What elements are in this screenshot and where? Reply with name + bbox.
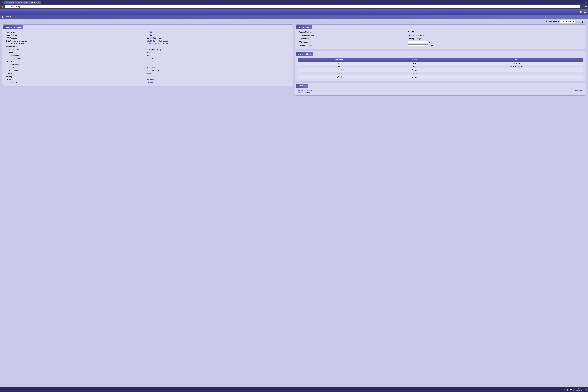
url-input[interactable] xyxy=(5,5,580,8)
wan-info-label: WAN Information xyxy=(5,46,290,48)
iface-row-3: LAN 3 Down - xyxy=(298,72,583,75)
dhcp-link[interactable]: Server xyxy=(147,72,152,74)
firewall-link[interactable]: Enabled xyxy=(147,78,154,80)
lan-subnet-row: - IP Subnet Mask: 255.255.255.0 xyxy=(5,69,290,72)
summary-links: Bandwidth Status VPN Status Packet Stati… xyxy=(295,88,585,96)
mem-progress-bar xyxy=(408,44,428,46)
datetime-value: 01/01/2000 00:06:50 xyxy=(407,34,583,37)
taskbar-icon-3: 💬 xyxy=(570,389,572,391)
zynos-fw-link[interactable]: V3.40(RQ.5) | 01/14/2009 xyxy=(147,40,168,42)
firewall-value: Enabled xyxy=(146,78,290,81)
dsl-standard-label: - DSL Standard: xyxy=(5,48,146,51)
wan-subnet-label: - IP Subnet Mask: xyxy=(5,54,146,57)
new-tab-close[interactable]: ✕ xyxy=(1,1,4,4)
mem-progress-container: 55% xyxy=(408,44,433,46)
cpu-progress-container: 0.25% xyxy=(408,41,434,43)
device-info-table: Host Name: P-793H Model Number: P-793H M… xyxy=(5,30,290,84)
help-icon[interactable]: ? xyxy=(576,10,578,14)
browser-chrome: ✕ 🌐 Welcome to the Web-Based Config... ✕… xyxy=(0,0,588,9)
host-name-label: Host Name: xyxy=(5,31,146,33)
cpu-row: CPU Usage: 0.25% xyxy=(298,40,583,44)
security-label: Security xyxy=(5,75,290,78)
taskbar-icon-1: ⇧ xyxy=(564,389,565,391)
iface-status-4: Down xyxy=(381,75,448,79)
mode-value: Routing / Bridging xyxy=(407,37,583,40)
interface-status-title: Interface Status xyxy=(296,52,313,56)
wan-ip-label: - IP Address: xyxy=(5,52,146,54)
default-gateway-label: - Default Gateway: xyxy=(5,57,146,60)
uptime-value: 0:06:59 xyxy=(407,31,583,34)
logout-icon[interactable]: ⏏ xyxy=(584,10,586,14)
content-filter-link[interactable]: Disable xyxy=(147,81,153,84)
alert-icon[interactable]: 🔔 xyxy=(579,10,582,14)
right-panel: System Status System Uptime: 0:06:59 Cur… xyxy=(295,24,586,97)
zynos-fw-label: ZyNOS Firmware Version: xyxy=(5,40,146,42)
menu-icon[interactable]: ☰ xyxy=(585,5,587,8)
vpi-vci-value: 0/33 xyxy=(146,60,290,63)
refresh-interval-label: Refresh Interval: xyxy=(546,20,559,22)
apply-button[interactable]: Apply xyxy=(576,20,586,23)
iface-status-2: Down xyxy=(381,68,448,72)
iface-rate-0: 5696 kbps xyxy=(448,62,583,65)
firewall-row: - Firewall: Enabled xyxy=(5,78,290,81)
taskbar-icon-4: 🔊 xyxy=(573,389,575,391)
vpi-vci-label: - VPI/VCI: xyxy=(5,60,146,63)
device-info-title: Device Information xyxy=(3,26,23,29)
refresh-bar: Refresh Interval: 5 seconds 10 seconds 1… xyxy=(0,19,588,24)
tab-favicon: 🌐 xyxy=(6,1,8,3)
cpu-value: 0.25% xyxy=(429,41,434,43)
cpu-progress-bar xyxy=(408,41,428,43)
iface-name-4: LAN 4 xyxy=(298,75,381,79)
taskbar-icon-2: 📋 xyxy=(566,389,569,391)
dhcp-label: - DHCP: xyxy=(5,72,146,75)
top-nav: ? 🔔 ⏏ xyxy=(0,9,588,15)
summary-row-1: Bandwidth Status VPN Status xyxy=(298,89,583,91)
vpn-status-link[interactable]: VPN Status xyxy=(574,89,583,91)
interface-status-content: Interface Status Rate DSL Up 5696 kbps L… xyxy=(295,56,585,81)
active-tab[interactable]: 🌐 Welcome to the Web-Based Config... ✕ xyxy=(4,0,41,4)
taskbar: EN ⇧ 📋 💬 🔊 15:38 03.06.2022 🖥 xyxy=(0,388,588,392)
iface-rate-3: - xyxy=(448,72,583,75)
interface-status-table: Interface Status Rate DSL Up 5696 kbps L… xyxy=(298,58,583,79)
content-filter-value: Disable xyxy=(146,81,290,84)
system-status-table: System Uptime: 0:06:59 Current Date/Time… xyxy=(298,30,583,48)
packet-statistics-link[interactable]: Packet Statistics xyxy=(298,92,311,94)
datetime-row: Current Date/Time: 01/01/2000 00:06:50 xyxy=(298,34,583,37)
maximize-button[interactable]: □ xyxy=(581,1,583,4)
device-info-panel: Device Information Host Name: P-793H Mod… xyxy=(2,24,293,86)
model-number-value: P-793H xyxy=(146,34,290,36)
content-filter-row: - Content Filter: Disable xyxy=(5,81,290,84)
model-number-row: Model Number: P-793H xyxy=(5,34,290,36)
close-button[interactable]: ✕ xyxy=(584,1,587,4)
bandwidth-status-link[interactable]: Bandwidth Status xyxy=(298,89,312,91)
iface-rate-2: - xyxy=(448,68,583,72)
wan-subnet-value: N/A xyxy=(146,54,290,57)
device-info-content: Host Name: P-793H Model Number: P-793H M… xyxy=(3,30,293,86)
iface-row-1: LAN 1 Up 100M/Full Duplex xyxy=(298,65,583,68)
lan-ip-link[interactable]: 192.168.1.1 xyxy=(147,66,157,69)
lan-subnet-label: - IP Subnet Mask: xyxy=(5,69,146,72)
bookmark-icon[interactable]: ☆ xyxy=(581,5,583,8)
uptime-label: System Uptime: xyxy=(298,31,407,34)
wan-subnet-row: - IP Subnet Mask: N/A xyxy=(5,54,290,57)
system-status-title: System Status xyxy=(296,26,312,29)
iface-status-0: Up xyxy=(381,62,448,65)
status-arrow-icon: ▶ xyxy=(2,16,4,18)
summary-panel: Summary Bandwidth Status VPN Status Pack… xyxy=(295,83,586,96)
iface-header-row: Interface Status Rate xyxy=(298,58,583,62)
interface-status-panel: Interface Status Interface Status Rate D… xyxy=(295,51,586,81)
mem-row: Memory Usage: 55% xyxy=(298,44,583,48)
tab-close-button[interactable]: ✕ xyxy=(38,2,39,3)
refresh-interval-select[interactable]: 5 seconds 10 seconds 15 seconds 30 secon… xyxy=(560,20,575,23)
browser-action-icons: ☆ ☰ xyxy=(581,5,587,8)
router-ui: ? 🔔 ⏏ ▶ Status Refresh Interval: 5 secon… xyxy=(0,9,588,390)
iface-row-2: LAN 2 Down - xyxy=(298,68,583,72)
minimize-button[interactable]: _ xyxy=(578,1,581,4)
host-name-value: P-793H xyxy=(146,31,290,33)
window-controls: _ □ ✕ xyxy=(578,1,587,4)
main-content: Device Information Host Name: P-793H Mod… xyxy=(0,24,588,100)
host-name-link[interactable]: P-793H xyxy=(147,31,153,33)
model-number-label: Model Number: xyxy=(5,34,146,36)
dsl-fw-row: DSL Firmware Version: IFX Soc2U 1.1-1.5.… xyxy=(5,42,290,45)
status-header: ▶ Status xyxy=(0,15,588,19)
